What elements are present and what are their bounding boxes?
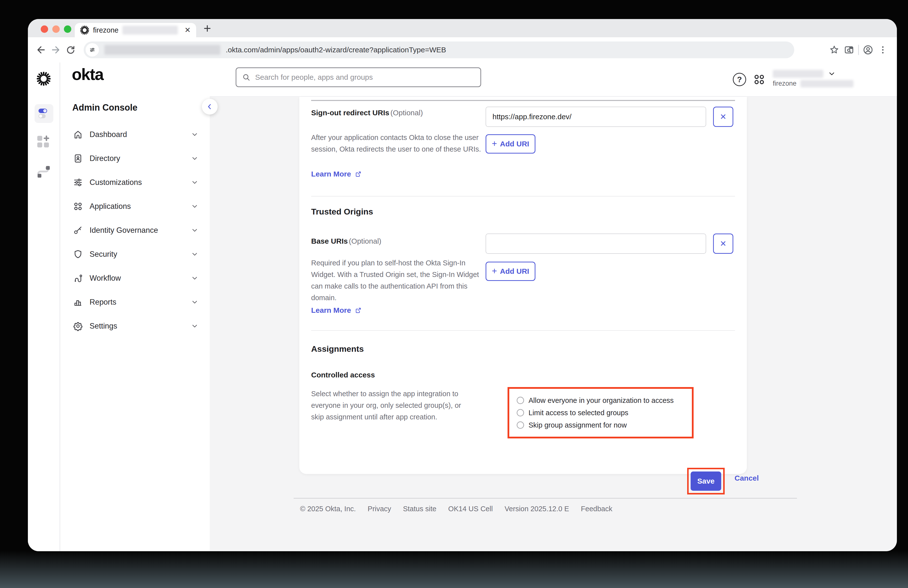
minimize-window-button[interactable] bbox=[52, 26, 60, 33]
chevron-down-icon bbox=[190, 202, 199, 211]
chevron-down-icon bbox=[190, 322, 199, 330]
apps-grid-icon bbox=[73, 201, 83, 211]
app-header: ? firezone bbox=[210, 63, 897, 97]
add-signout-uri-button[interactable]: + Add URI bbox=[486, 134, 535, 153]
side-panel-search-icon[interactable] bbox=[844, 44, 855, 56]
chevron-left-icon bbox=[206, 102, 214, 111]
app-rail bbox=[28, 63, 60, 551]
trusted-origins-heading: Trusted Origins bbox=[311, 207, 373, 216]
base-uris-label: Base URIs (Optional) bbox=[311, 237, 382, 245]
sidebar-item-reports[interactable]: Reports bbox=[60, 290, 210, 314]
close-window-button[interactable] bbox=[41, 26, 48, 33]
remove-signout-uri-button[interactable]: ✕ bbox=[713, 106, 733, 127]
sidebar-item-customizations[interactable]: Customizations bbox=[60, 170, 210, 194]
highlight-box-save: Save bbox=[687, 468, 724, 495]
sidebar-item-applications[interactable]: Applications bbox=[60, 194, 210, 218]
footer-link-feedback[interactable]: Feedback bbox=[581, 505, 612, 513]
assignments-heading: Assignments bbox=[311, 344, 364, 354]
sidebar-item-workflow[interactable]: Workflow bbox=[60, 266, 210, 290]
add-base-uri-button[interactable]: + Add URI bbox=[486, 262, 535, 281]
chevron-down-icon bbox=[828, 69, 836, 78]
footer-divider bbox=[294, 498, 797, 499]
rail-item-add-apps[interactable] bbox=[37, 135, 50, 149]
browser-toolbar: .okta.com/admin/apps/oauth2-wizard/creat… bbox=[28, 37, 897, 63]
sidebar-item-label: Directory bbox=[90, 154, 120, 163]
scrolled-section-divider bbox=[311, 100, 735, 101]
radio-circle-icon[interactable] bbox=[517, 397, 524, 404]
base-learn-more-link[interactable]: Learn More bbox=[311, 306, 362, 314]
tab-close-icon[interactable]: ✕ bbox=[185, 26, 191, 34]
sidebar-nav: Dashboard Directory Customizations Appli… bbox=[60, 122, 210, 338]
chevron-down-icon bbox=[190, 274, 199, 282]
footer-link-privacy[interactable]: Privacy bbox=[368, 505, 391, 513]
highlight-box-controlled-access: Allow everyone in your organization to a… bbox=[507, 387, 694, 438]
site-info-icon[interactable] bbox=[85, 43, 99, 56]
toolbar-divider bbox=[858, 45, 859, 55]
sidebar-item-directory[interactable]: Directory bbox=[60, 147, 210, 170]
zoom-window-button[interactable] bbox=[64, 26, 71, 33]
sidebar-item-label: Applications bbox=[90, 202, 131, 211]
directory-icon bbox=[73, 153, 83, 164]
signout-uris-label: Sign-out redirect URIs (Optional) bbox=[311, 109, 423, 117]
account-menu[interactable]: firezone bbox=[773, 69, 853, 87]
controlled-access-description: Select whether to assign the app integra… bbox=[311, 388, 474, 423]
okta-logo-icon bbox=[37, 72, 51, 85]
okta-wordmark: okta bbox=[72, 65, 103, 84]
sidebar: okta Admin Console Dashboard Directory C… bbox=[60, 63, 210, 551]
sidebar-item-settings[interactable]: Settings bbox=[60, 314, 210, 338]
sidebar-item-label: Workflow bbox=[90, 274, 121, 283]
save-button[interactable]: Save bbox=[691, 472, 721, 491]
radio-skip-assignment[interactable]: Skip group assignment for now bbox=[517, 421, 692, 429]
cancel-button[interactable]: Cancel bbox=[734, 474, 759, 482]
signout-uri-input[interactable] bbox=[486, 106, 706, 127]
radio-allow-everyone[interactable]: Allow everyone in your organization to a… bbox=[517, 396, 692, 404]
url-bar[interactable]: .okta.com/admin/apps/oauth2-wizard/creat… bbox=[84, 42, 794, 58]
rail-item-admin-console[interactable] bbox=[35, 104, 53, 123]
back-icon[interactable] bbox=[35, 44, 47, 56]
workflow-icon bbox=[73, 273, 83, 284]
forward-icon[interactable] bbox=[50, 44, 61, 56]
help-button[interactable]: ? bbox=[733, 73, 746, 86]
footer-link-cell[interactable]: OK14 US Cell bbox=[448, 505, 493, 513]
rail-item-workflows[interactable] bbox=[37, 165, 50, 179]
gear-icon bbox=[73, 321, 83, 331]
tab-title: firezone bbox=[93, 26, 118, 34]
sidebar-item-label: Dashboard bbox=[90, 130, 127, 139]
base-uri-input[interactable] bbox=[486, 234, 706, 254]
browser-menu-kebab-icon[interactable] bbox=[877, 44, 889, 56]
okta-admin-app: okta Admin Console Dashboard Directory C… bbox=[28, 63, 897, 551]
sidebar-item-dashboard[interactable]: Dashboard bbox=[60, 122, 210, 147]
global-search[interactable] bbox=[236, 68, 481, 87]
radio-limit-groups[interactable]: Limit access to selected groups bbox=[517, 409, 692, 417]
key-icon bbox=[73, 225, 83, 235]
app-switcher-icon[interactable] bbox=[753, 73, 766, 86]
reload-icon[interactable] bbox=[65, 44, 76, 56]
sidebar-item-label: Reports bbox=[90, 298, 116, 306]
remove-base-uri-button[interactable]: ✕ bbox=[713, 234, 733, 254]
profile-avatar-icon[interactable] bbox=[862, 44, 874, 56]
chevron-down-icon bbox=[190, 154, 199, 163]
sidebar-item-identity-governance[interactable]: Identity Governance bbox=[60, 218, 210, 242]
radio-circle-icon[interactable] bbox=[517, 421, 524, 429]
sidebar-item-label: Security bbox=[90, 250, 117, 259]
account-org: firezone bbox=[773, 80, 797, 87]
search-input[interactable] bbox=[255, 73, 475, 81]
browser-tab[interactable]: firezone ✕ bbox=[75, 23, 196, 37]
tab-strip: firezone ✕ + bbox=[28, 19, 897, 37]
plus-icon: + bbox=[492, 266, 497, 276]
footer-copyright: © 2025 Okta, Inc. bbox=[300, 505, 356, 513]
footer-link-status-site[interactable]: Status site bbox=[403, 505, 436, 513]
toggles-icon bbox=[38, 108, 50, 119]
shield-icon bbox=[73, 249, 83, 259]
bar-chart-icon bbox=[73, 297, 83, 307]
signout-learn-more-link[interactable]: Learn More bbox=[311, 170, 362, 178]
section-divider bbox=[311, 196, 735, 197]
radio-circle-icon[interactable] bbox=[517, 409, 524, 416]
sliders-icon bbox=[73, 177, 83, 188]
new-tab-button[interactable]: + bbox=[204, 21, 211, 36]
footer: © 2025 Okta, Inc. Privacy Status site OK… bbox=[300, 505, 612, 513]
sidebar-item-security[interactable]: Security bbox=[60, 242, 210, 266]
sidebar-collapse-button[interactable] bbox=[202, 99, 217, 114]
base-uris-description: Required if you plan to self-host the Ok… bbox=[311, 257, 481, 304]
bookmark-star-icon[interactable] bbox=[829, 44, 840, 56]
